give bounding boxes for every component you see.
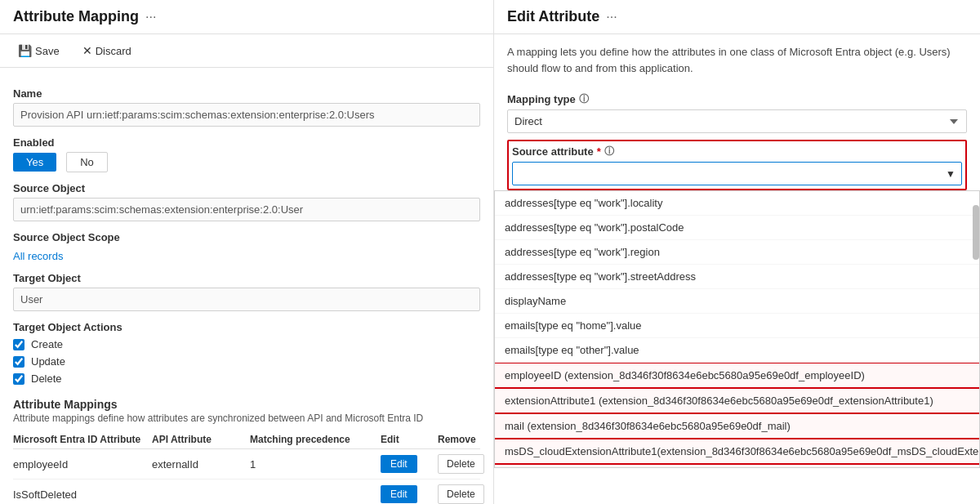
right-title-bar: Edit Attribute ···: [494, 0, 980, 34]
dropdown-item[interactable]: emails[type eq "home"].value: [495, 314, 979, 338]
delete-label: Delete: [31, 372, 62, 385]
right-description: A mapping lets you define how the attrib…: [494, 34, 980, 83]
mapping-type-label-row: Mapping type ⓘ: [507, 92, 967, 106]
dropdown-item[interactable]: displayName: [495, 289, 979, 314]
left-panel-title: Attribute Mapping: [13, 8, 139, 25]
source-object-scope-label: Source Object Scope: [13, 231, 480, 243]
left-title-bar: Attribute Mapping ···: [0, 0, 493, 34]
dropdown-item[interactable]: employeeID (extension_8d346f30f8634e6ebc…: [495, 363, 979, 388]
left-dots-menu-icon[interactable]: ···: [145, 10, 156, 25]
source-object-label: Source Object: [13, 182, 480, 194]
table-cell-api-attr: externalId: [152, 458, 250, 471]
table-cell-delete: Delete: [438, 484, 494, 504]
source-object-input[interactable]: [13, 198, 480, 221]
create-checkbox-row: Create: [13, 338, 480, 350]
attribute-mappings-desc: Attribute mappings define how attributes…: [13, 413, 480, 424]
source-attribute-container: Source attribute * ⓘ ▼: [507, 140, 967, 190]
discard-button[interactable]: ✕ Discard: [78, 41, 136, 60]
table-cell-entra-attr: IsSoftDeleted: [13, 488, 152, 501]
create-label: Create: [31, 338, 63, 350]
discard-label: Discard: [96, 45, 131, 57]
scrollbar-thumb[interactable]: [973, 205, 979, 261]
attribute-mappings-title: Attribute Mappings: [13, 398, 480, 411]
dropdown-item[interactable]: addresses[type eq "work"].postalCode: [495, 216, 979, 240]
delete-row-button[interactable]: Delete: [438, 484, 484, 504]
dropdown-item[interactable]: emails[type eq "other"].value: [495, 338, 979, 363]
left-panel: Attribute Mapping ··· 💾 Save ✕ Discard N…: [0, 0, 494, 504]
right-panel: Edit Attribute ··· A mapping lets you de…: [494, 0, 980, 504]
table-cell-edit: Edit: [381, 485, 438, 503]
mapping-type-label: Mapping type: [507, 93, 576, 105]
table-cell-matching: 1: [250, 458, 381, 471]
right-dots-menu-icon[interactable]: ···: [606, 10, 617, 25]
col-remove: Remove: [438, 434, 494, 445]
target-object-actions-label: Target Object Actions: [13, 321, 480, 333]
edit-row-button[interactable]: Edit: [381, 455, 417, 473]
dropdown-item[interactable]: addresses[type eq "work"].region: [495, 240, 979, 265]
col-matching: Matching precedence: [250, 434, 381, 445]
dropdown-item[interactable]: addresses[type eq "work"].locality: [495, 191, 979, 216]
source-attr-label-row: Source attribute * ⓘ: [512, 145, 962, 158]
dropdown-item[interactable]: addresses[type eq "work"].streetAddress: [495, 265, 979, 289]
delete-row-button[interactable]: Delete: [438, 454, 484, 474]
save-label: Save: [35, 45, 60, 57]
enabled-toggle-row: Yes No: [13, 152, 480, 172]
name-input[interactable]: [13, 103, 480, 127]
save-button[interactable]: 💾 Save: [13, 41, 65, 60]
enabled-yes-button[interactable]: Yes: [13, 153, 56, 172]
right-form: Mapping type ⓘ Direct Source attribute *…: [494, 83, 980, 190]
table-header: Microsoft Entra ID Attribute API Attribu…: [13, 430, 480, 449]
enabled-no-button[interactable]: No: [66, 152, 108, 172]
dropdown-item[interactable]: msDS_cloudExtensionAttribute1(extension_…: [495, 439, 979, 464]
target-object-label: Target Object: [13, 272, 480, 284]
table-row: employeeId externalId 1 Edit Delete: [13, 449, 480, 479]
source-attr-select-wrapper: ▼: [512, 162, 962, 185]
source-attr-info-icon[interactable]: ⓘ: [604, 145, 614, 158]
left-toolbar: 💾 Save ✕ Discard: [0, 34, 493, 68]
attribute-mapping-table: employeeId externalId 1 Edit Delete IsSo…: [13, 449, 480, 504]
mapping-type-select[interactable]: Direct: [507, 109, 967, 133]
table-cell-edit: Edit: [381, 455, 438, 473]
name-label: Name: [13, 87, 480, 100]
delete-checkbox-row: Delete: [13, 372, 480, 385]
target-object-input[interactable]: [13, 288, 480, 311]
discard-icon: ✕: [82, 44, 92, 57]
save-icon: 💾: [18, 44, 32, 57]
col-edit: Edit: [381, 434, 438, 445]
edit-row-button[interactable]: Edit: [381, 485, 417, 503]
source-attribute-select[interactable]: [512, 162, 962, 185]
update-checkbox[interactable]: [13, 356, 24, 368]
update-checkbox-row: Update: [13, 355, 480, 368]
dropdown-item[interactable]: mail (extension_8d346f30f8634e6ebc5680a9…: [495, 413, 979, 439]
enabled-label: Enabled: [13, 136, 480, 149]
delete-checkbox[interactable]: [13, 373, 24, 385]
right-panel-title: Edit Attribute: [507, 8, 599, 25]
dropdown-item[interactable]: extensionAttribute1 (extension_8d346f30f…: [495, 388, 979, 413]
mapping-type-info-icon[interactable]: ⓘ: [579, 92, 589, 106]
create-checkbox[interactable]: [13, 339, 24, 350]
update-label: Update: [31, 355, 65, 368]
col-api-attr: API Attribute: [152, 434, 250, 445]
table-row: IsSoftDeleted Edit Delete: [13, 479, 480, 504]
source-attr-dropdown-list[interactable]: addresses[type eq "work"].localityaddres…: [494, 190, 980, 468]
table-cell-delete: Delete: [438, 454, 494, 474]
all-records-link[interactable]: All records: [13, 250, 63, 262]
source-attr-label-text: Source attribute: [512, 145, 594, 158]
left-form: Name Enabled Yes No Source Object Source…: [0, 68, 493, 504]
required-indicator: *: [597, 145, 601, 158]
col-entra-attr: Microsoft Entra ID Attribute: [13, 434, 152, 445]
table-cell-entra-attr: employeeId: [13, 458, 152, 471]
dropdown-item[interactable]: msExchExtensionAttribute16 (extension_8d…: [495, 464, 979, 468]
